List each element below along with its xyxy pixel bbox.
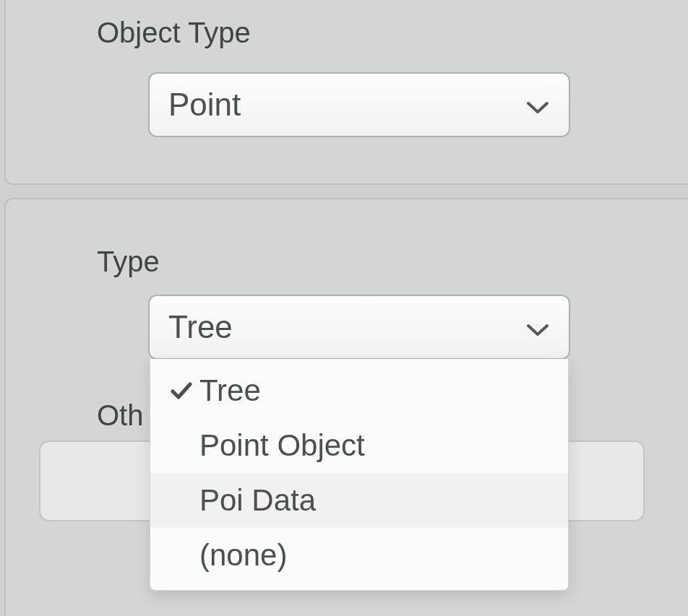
type-option-label: Tree	[199, 373, 261, 408]
type-option[interactable]: (none)	[150, 528, 568, 583]
other-label: Oth	[97, 399, 143, 432]
object-type-select-value: Point	[168, 87, 525, 123]
chevron-down-icon	[525, 87, 550, 123]
type-option[interactable]: Poi Data	[150, 473, 568, 528]
object-type-select[interactable]: Point	[148, 72, 570, 137]
type-option-label: Poi Data	[199, 483, 316, 518]
object-type-label: Object Type	[97, 17, 251, 49]
type-label: Type	[97, 246, 160, 278]
check-icon	[163, 381, 199, 401]
type-select[interactable]: Tree	[148, 295, 570, 360]
chevron-down-icon	[525, 309, 550, 345]
type-option[interactable]: Point Object	[150, 418, 568, 473]
type-option[interactable]: Tree	[150, 363, 568, 418]
type-option-label: Point Object	[199, 428, 365, 463]
form-canvas: Object Type Point Type Tree Oth TreePoin…	[0, 0, 688, 616]
type-select-value: Tree	[168, 309, 525, 345]
type-option-label: (none)	[199, 538, 287, 573]
type-dropdown: TreePoint ObjectPoi Data(none)	[150, 359, 569, 591]
